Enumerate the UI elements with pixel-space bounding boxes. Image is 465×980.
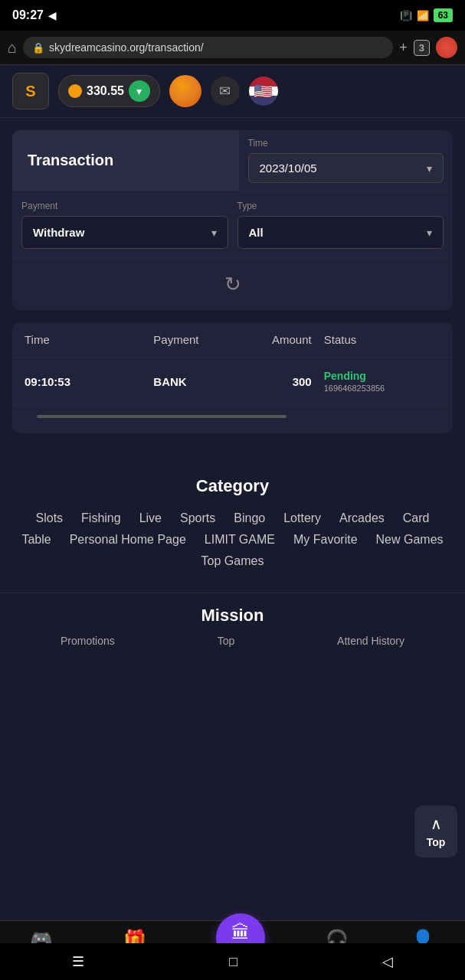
table-row: 09:10:53 BANK 300 Pending 1696468253856 — [12, 358, 453, 406]
transaction-title: Transaction — [28, 152, 113, 169]
status-time: 09:27 ◀ — [12, 8, 56, 22]
site-logo: S — [12, 73, 49, 109]
table-header: Time Payment Amount Status — [12, 322, 453, 358]
browser-avatar[interactable] — [436, 37, 457, 58]
scroll-indicator-row — [12, 406, 453, 433]
header-status: Status — [324, 333, 440, 346]
cell-time: 09:10:53 — [25, 375, 141, 388]
time-section: Time 2023/10/05 ▾ — [239, 130, 454, 191]
balance-display[interactable]: 330.55 ▾ — [58, 75, 160, 107]
language-flag-button[interactable]: 🇺🇸 — [249, 77, 278, 106]
mission-links: Promotions Top Attend History — [12, 635, 453, 647]
mission-link-promotions[interactable]: Promotions — [61, 635, 115, 647]
type-value: All — [249, 226, 264, 239]
category-link-limit-game[interactable]: LIMIT GAME — [205, 533, 275, 547]
header-time: Time — [25, 333, 141, 346]
cell-status-group: Pending 1696468253856 — [324, 370, 440, 393]
top-button[interactable]: ∧ Top — [414, 805, 457, 858]
mission-link-top[interactable]: Top — [218, 635, 235, 647]
mission-title: Mission — [12, 606, 453, 626]
category-link-top-games[interactable]: Top Games — [201, 554, 264, 568]
transactions-table: Time Payment Amount Status 09:10:53 BANK… — [12, 322, 453, 433]
mission-section: Mission Promotions Top Attend History — [0, 593, 465, 659]
status-icons: 📳 📶 63 — [400, 8, 453, 22]
transaction-title-box: Transaction — [12, 130, 239, 191]
status-badge: Pending — [324, 370, 440, 382]
new-tab-button[interactable]: + — [399, 40, 408, 56]
browser-bar: ⌂ 🔒 skydreamcasino.org/transaction/ + 3 — [0, 31, 465, 65]
top-chevron-icon: ∧ — [431, 815, 442, 833]
category-link-arcades[interactable]: Arcades — [339, 511, 385, 525]
android-back-button[interactable]: ◁ — [382, 953, 393, 970]
category-link-lottery[interactable]: Lottery — [283, 511, 321, 525]
category-link-slots[interactable]: Slots — [36, 511, 64, 525]
category-link-bingo[interactable]: Bingo — [234, 511, 265, 525]
payment-value: Withdraw — [33, 226, 84, 239]
category-links: Slots Fishing Live Sports Bingo Lottery … — [12, 511, 453, 568]
android-home-button[interactable]: □ — [229, 954, 237, 970]
category-link-table[interactable]: Table — [21, 533, 51, 547]
coin-icon — [68, 84, 82, 98]
payment-dropdown-arrow-icon: ▾ — [211, 227, 217, 239]
browser-home-button[interactable]: ⌂ — [8, 39, 17, 57]
type-label: Type — [237, 201, 444, 211]
mission-link-attend-history[interactable]: Attend History — [337, 635, 404, 647]
status-bar: 09:27 ◀ 📳 📶 63 — [0, 0, 465, 31]
time-filter-value: 2023/10/05 — [260, 162, 317, 175]
category-link-card[interactable]: Card — [403, 511, 430, 525]
category-title: Category — [12, 476, 453, 496]
time-dropdown[interactable]: 2023/10/05 ▾ — [248, 153, 444, 183]
mail-button[interactable]: ✉ — [211, 77, 240, 106]
scroll-indicator — [37, 415, 287, 418]
category-link-fishing[interactable]: Fishing — [81, 511, 121, 525]
browser-actions: + 3 — [399, 37, 457, 58]
cell-payment: BANK — [153, 375, 241, 388]
time-dropdown-arrow-icon: ▾ — [427, 162, 432, 175]
battery-icon: 63 — [434, 8, 453, 22]
balance-amount: 330.55 — [87, 84, 124, 98]
user-avatar[interactable] — [169, 75, 201, 107]
payment-dropdown[interactable]: Withdraw ▾ — [21, 216, 228, 249]
balance-dropdown-button[interactable]: ▾ — [129, 80, 150, 102]
deposit-icon: 🏛 — [231, 922, 250, 943]
main-content: Transaction Time 2023/10/05 ▾ Payment Wi… — [0, 118, 465, 458]
transaction-id: 1696468253856 — [324, 384, 440, 393]
top-button-label: Top — [427, 836, 446, 848]
transaction-header-row: Transaction Time 2023/10/05 ▾ — [12, 130, 453, 191]
android-nav-bar: ☰ □ ◁ — [0, 943, 465, 980]
url-text: skydreamcasino.org/transaction/ — [49, 41, 204, 54]
type-dropdown[interactable]: All ▾ — [237, 216, 444, 249]
category-link-personal-home-page[interactable]: Personal Home Page — [70, 533, 186, 547]
url-bar[interactable]: 🔒 skydreamcasino.org/transaction/ — [23, 37, 393, 58]
time-filter-label: Time — [248, 138, 444, 149]
refresh-icon[interactable]: ↻ — [224, 273, 241, 296]
filter-row: Payment Withdraw ▾ Type All ▾ — [12, 191, 453, 258]
category-section: Category Slots Fishing Live Sports Bingo… — [0, 458, 465, 593]
lock-icon: 🔒 — [32, 42, 44, 54]
cell-amount: 300 — [254, 375, 312, 388]
category-link-my-favorite[interactable]: My Favorite — [293, 533, 358, 547]
header-payment: Payment — [153, 333, 241, 346]
time-display: 09:27 — [12, 8, 44, 22]
android-menu-button[interactable]: ☰ — [72, 953, 84, 970]
flag-icon: 🇺🇸 — [254, 82, 273, 100]
signal-icon: 📶 — [417, 10, 429, 21]
payment-label: Payment — [21, 201, 228, 211]
vibrate-icon: 📳 — [400, 10, 412, 21]
type-dropdown-arrow-icon: ▾ — [427, 227, 432, 239]
refresh-area[interactable]: ↻ — [12, 258, 453, 310]
payment-filter-group: Payment Withdraw ▾ — [21, 201, 228, 249]
category-link-live[interactable]: Live — [139, 511, 162, 525]
type-filter-group: Type All ▾ — [237, 201, 444, 249]
category-link-new-games[interactable]: New Games — [376, 533, 444, 547]
mail-icon: ✉ — [219, 83, 231, 100]
site-header: S 330.55 ▾ ✉ 🇺🇸 — [0, 65, 465, 118]
category-link-sports[interactable]: Sports — [180, 511, 215, 525]
header-amount: Amount — [254, 333, 312, 346]
tab-count[interactable]: 3 — [414, 40, 430, 56]
location-arrow-icon: ◀ — [48, 10, 56, 21]
transaction-section: Transaction Time 2023/10/05 ▾ Payment Wi… — [12, 130, 453, 310]
